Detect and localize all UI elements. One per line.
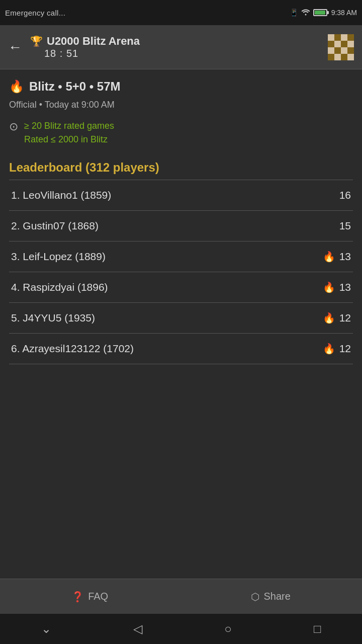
nav-back-icon[interactable]: ◁	[133, 622, 142, 636]
nav-recents-icon[interactable]: □	[314, 622, 321, 636]
share-icon: ⬡	[251, 591, 259, 603]
share-label: Share	[263, 591, 290, 602]
streak-fire-icon: 🔥	[323, 281, 335, 293]
score-value: 13	[339, 281, 351, 293]
table-row[interactable]: 4. Raspizdyai (1896) 🔥 13	[9, 272, 353, 302]
streak-fire-icon: 🔥	[323, 312, 335, 324]
target-icon: ⊙	[9, 120, 18, 133]
time-display: 9:38 AM	[331, 9, 357, 17]
player-name: 5. J4YYU5 (1935)	[11, 312, 95, 324]
table-row[interactable]: 6. Azrayesil123122 (1702) 🔥 12	[9, 334, 353, 364]
navigation-bar: ⌄ ◁ ○ □	[0, 614, 362, 644]
streak-fire-icon: 🔥	[323, 251, 335, 263]
nav-home-icon[interactable]: ○	[224, 622, 232, 636]
main-content: 🔥 Blitz • 5+0 • 57M Official • Today at …	[0, 69, 362, 440]
score-cell: 16	[339, 189, 351, 201]
score-value: 15	[339, 220, 351, 232]
blitz-info-row: 🔥 Blitz • 5+0 • 57M	[9, 79, 353, 94]
share-button[interactable]: ⬡ Share	[251, 591, 290, 603]
emergency-call-text: Emergency call...	[5, 9, 65, 17]
table-row[interactable]: 3. Leif-Lopez (1889) 🔥 13	[9, 242, 353, 272]
player-name: 2. Gustin07 (1868)	[11, 220, 99, 232]
faq-icon: ❓	[71, 591, 84, 603]
tournament-title: U2000 Blitz Arena	[47, 35, 140, 48]
status-bar: Emergency call... 📱 9:38 AM	[0, 0, 362, 25]
app-header: ← 🏆 U2000 Blitz Arena 18 : 51	[0, 25, 362, 69]
trophy-icon: 🏆	[30, 35, 43, 47]
score-value: 12	[339, 312, 351, 324]
back-button[interactable]: ←	[8, 40, 22, 54]
status-bar-right: 📱 9:38 AM	[290, 9, 357, 17]
player-name: 1. LeoVillano1 (1859)	[11, 189, 111, 201]
wifi-icon	[301, 9, 310, 17]
score-value: 12	[339, 343, 351, 355]
countdown-timer: 18 : 51	[44, 48, 140, 59]
header-left: ← 🏆 U2000 Blitz Arena 18 : 51	[8, 35, 140, 59]
leaderboard-list: 1. LeoVillano1 (1859) 16 2. Gustin07 (18…	[9, 180, 353, 364]
score-cell: 🔥 13	[323, 281, 351, 293]
score-cell: 15	[339, 220, 351, 232]
requirements: ⊙ ≥ 20 Blitz rated games Rated ≤ 2000 in…	[9, 119, 353, 146]
requirement-line1: ≥ 20 Blitz rated games	[24, 119, 114, 133]
faq-button[interactable]: ❓ FAQ	[71, 591, 108, 603]
table-row[interactable]: 5. J4YYU5 (1935) 🔥 12	[9, 303, 353, 333]
requirement-line2: Rated ≤ 2000 in Blitz	[24, 133, 114, 146]
streak-fire-icon: 🔥	[323, 343, 335, 355]
official-info: Official • Today at 9:00 AM	[9, 100, 353, 110]
faq-label: FAQ	[88, 591, 108, 602]
score-value: 16	[339, 189, 351, 201]
battery-icon	[313, 9, 327, 16]
table-row[interactable]: 2. Gustin07 (1868) 15	[9, 211, 353, 241]
player-name: 3. Leif-Lopez (1889)	[11, 251, 106, 263]
score-cell: 🔥 12	[323, 312, 351, 324]
title-row: 🏆 U2000 Blitz Arena	[30, 35, 140, 48]
nav-chevron-icon[interactable]: ⌄	[41, 622, 51, 636]
player-name: 4. Raspizdyai (1896)	[11, 281, 108, 293]
score-cell: 🔥 13	[323, 251, 351, 263]
status-icons: 📱	[290, 9, 327, 17]
bottom-bar: ❓ FAQ ⬡ Share	[0, 579, 362, 614]
score-value: 13	[339, 251, 351, 263]
fire-icon: 🔥	[9, 79, 24, 94]
sim-icon: 📱	[290, 9, 298, 17]
requirement-text: ≥ 20 Blitz rated games Rated ≤ 2000 in B…	[24, 119, 114, 146]
table-row[interactable]: 1. LeoVillano1 (1859) 16	[9, 180, 353, 210]
leaderboard-title: Leaderboard (312 players)	[9, 160, 353, 175]
score-cell: 🔥 12	[323, 343, 351, 355]
player-name: 6. Azrayesil123122 (1702)	[11, 343, 134, 355]
blitz-info-text: Blitz • 5+0 • 57M	[29, 79, 121, 94]
header-title-block: 🏆 U2000 Blitz Arena 18 : 51	[30, 35, 140, 59]
chessboard-icon	[328, 34, 354, 60]
